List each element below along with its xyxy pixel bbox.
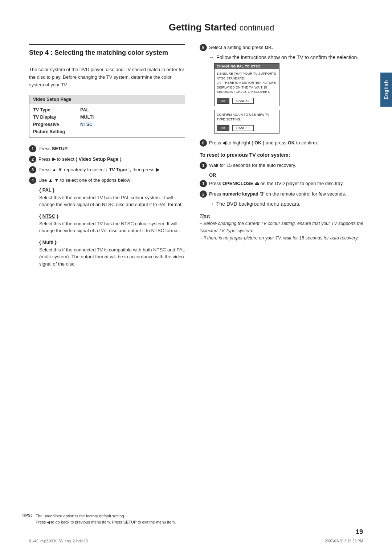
reset-step-1: 1 Wait for 15 seconds for the auto recov… [200, 162, 370, 169]
option-multi-title: { Multi } [39, 239, 185, 245]
option-pal-desc: Select this if the connected TV has the … [39, 194, 185, 208]
step-circle-4: 4 [29, 177, 36, 184]
option-ntsc-title: { NTSC } [39, 213, 185, 219]
dialog-2-cancel-button[interactable]: CANCEL [232, 125, 254, 131]
language-tab: English [380, 73, 392, 107]
step-3: 3 Press ▲ ▼ repeatedly to select { TV Ty… [29, 166, 185, 173]
reset-step-1b: 1 Press OPEN/CLOSE ⏏ on the DVD player t… [200, 180, 370, 187]
reset-heading: To reset to previous TV color system: [200, 152, 370, 159]
table-row: Picture Setting [33, 128, 181, 135]
reset-step-2-sub-text: The DVD background menu appears. [216, 201, 301, 207]
step-3-text: Press ▲ ▼ repeatedly to select { TV Type… [38, 166, 161, 173]
step-circle-1: 1 [29, 145, 36, 152]
or-text: OR [209, 172, 370, 178]
reset-step-2-sub: → The DVD background menu appears. [209, 201, 370, 207]
tip-1: – Before changing the current TV colour … [200, 220, 370, 234]
step-2: 2 Press ▶ to select { Video Setup Page }… [29, 156, 185, 163]
reset-step-num-1b: 1 [200, 180, 207, 187]
content-wrapper: Step 4 : Selecting the matching color sy… [29, 44, 370, 272]
step-5: 5 Select a setting and press OK. [200, 44, 370, 51]
reset-step-num-1: 1 [200, 162, 207, 169]
tips-bar-label: TIPS: [22, 513, 32, 517]
option-pal-title: { PAL } [39, 187, 185, 193]
col-value-tv-type: PAL [80, 107, 89, 112]
col-label-tv-type: TV Type [33, 107, 80, 112]
table-header: Video Setup Page [29, 95, 185, 104]
intro-text: The color system of the DVD player, disc… [29, 66, 185, 89]
option-multi: { Multi } Select this if the connected T… [39, 239, 185, 268]
step-6-text: Press ◀ to highlight { OK } and press OK… [209, 139, 318, 147]
step-1-text: Press SETUP. [38, 145, 69, 152]
page-container: English Getting Started continued Step 4… [0, 0, 392, 554]
tips-bar-line1: The underlined option is the factory def… [36, 513, 176, 519]
option-ntsc: { NTSC } Select this if the connected TV… [39, 213, 185, 234]
step-title: Step 4 : Selecting the matching color sy… [29, 49, 185, 57]
step-4-text: Use ▲ ▼ to select one of the options bel… [38, 177, 131, 184]
tips-bar-line2: Press ◀ to go back to previous menu item… [36, 519, 176, 525]
footer-info: 01-49_dvp3160K_55_eng_2.indd 19 2007-03-… [29, 539, 363, 543]
option-multi-desc: Select this if the connected TV is compa… [39, 246, 185, 268]
dialog-1-ok-button[interactable]: OK [217, 98, 229, 104]
reset-step-2-text: Press numeric keypad '3' on the remote c… [209, 190, 346, 198]
dialog-2-buttons: OK CANCEL [215, 124, 279, 133]
reset-step-2: 2 Press numeric keypad '3' on the remote… [200, 190, 370, 198]
footer-left: 01-49_dvp3160K_55_eng_2.indd 19 [29, 539, 88, 543]
dialog-1: CHANGING PAL TO NTSC: 1.ENSURE THAT YOUR… [214, 63, 279, 106]
table-row: Progressive NTSC [33, 121, 181, 128]
dialog-1-body: 1.ENSURE THAT YOUR TV SUPPORTS NTSC STAN… [215, 69, 279, 97]
step-circle-3: 3 [29, 166, 36, 173]
dialog-1-buttons: OK CANCEL [215, 97, 279, 106]
option-pal: { PAL } Select this if the connected TV … [39, 187, 185, 208]
arrow-sym-2: → [209, 201, 214, 207]
tip-2: – If there is no proper picture on your … [200, 234, 370, 242]
step-5-sub-text: Follow the instructions show on the TV t… [216, 54, 358, 60]
footer-right: 2007-03-30 3:15:33 PM [325, 539, 363, 543]
table-row: TV Type PAL [33, 106, 181, 114]
left-column: Step 4 : Selecting the matching color sy… [29, 44, 185, 272]
reset-step-num-2: 2 [200, 190, 207, 198]
dialog-1-cancel-button[interactable]: CANCEL [232, 98, 254, 104]
step-1: 1 Press SETUP. [29, 145, 185, 152]
tips-title: Tips: [200, 213, 370, 220]
table-row: TV Display MULTI [33, 114, 181, 121]
step-5-sub: → Follow the instructions show on the TV… [209, 54, 370, 60]
dialog-2-body: CONFIRM AGAIN TO USE NEW TV TYPE SETTING… [215, 110, 279, 124]
col-label-progressive: Progressive [33, 122, 80, 127]
col-value-tv-display: MULTI [80, 115, 94, 120]
step-heading: Step 4 : Selecting the matching color sy… [29, 44, 185, 60]
setup-table: Video Setup Page TV Type PAL TV Display … [29, 95, 185, 138]
reset-step-1b-text: Press OPEN/CLOSE ⏏ on the DVD player to … [209, 180, 344, 187]
step-2-text: Press ▶ to select { Video Setup Page }. [38, 156, 123, 163]
table-body: TV Type PAL TV Display MULTI Progressive… [29, 104, 185, 138]
right-column: 5 Select a setting and press OK. → Follo… [200, 44, 370, 272]
title-main: Getting Started [169, 22, 237, 33]
arrow-sym: → [209, 54, 214, 60]
col-label-picture: Picture Setting [33, 129, 80, 134]
step-6: 6 Press ◀ to highlight { OK } and press … [200, 139, 370, 147]
step-4: 4 Use ▲ ▼ to select one of the options b… [29, 177, 185, 184]
title-suffix: continued [240, 23, 274, 32]
option-ntsc-desc: Select this if the connected TV has the … [39, 220, 185, 234]
bottom-tips: TIPS: The underlined option is the facto… [22, 510, 370, 525]
col-label-tv-display: TV Display [33, 115, 80, 120]
step-circle-5: 5 [200, 44, 207, 51]
step-circle-6: 6 [200, 139, 207, 147]
step-5-text: Select a setting and press OK. [209, 44, 273, 51]
tips-bar-content: The underlined option is the factory def… [36, 513, 176, 525]
page-title: Getting Started continued [29, 22, 370, 33]
dialog-2-ok-button[interactable]: OK [217, 125, 229, 131]
step-circle-2: 2 [29, 156, 36, 163]
dialog-1-title: CHANGING PAL TO NTSC: [215, 63, 279, 69]
tips-section: Tips: – Before changing the current TV c… [200, 213, 370, 242]
col-value-progressive: NTSC [80, 122, 93, 127]
page-number: 19 [356, 528, 363, 536]
reset-step-1-text: Wait for 15 seconds for the auto recover… [209, 162, 296, 169]
dialog-2: CONFIRM AGAIN TO USE NEW TV TYPE SETTING… [214, 110, 279, 134]
